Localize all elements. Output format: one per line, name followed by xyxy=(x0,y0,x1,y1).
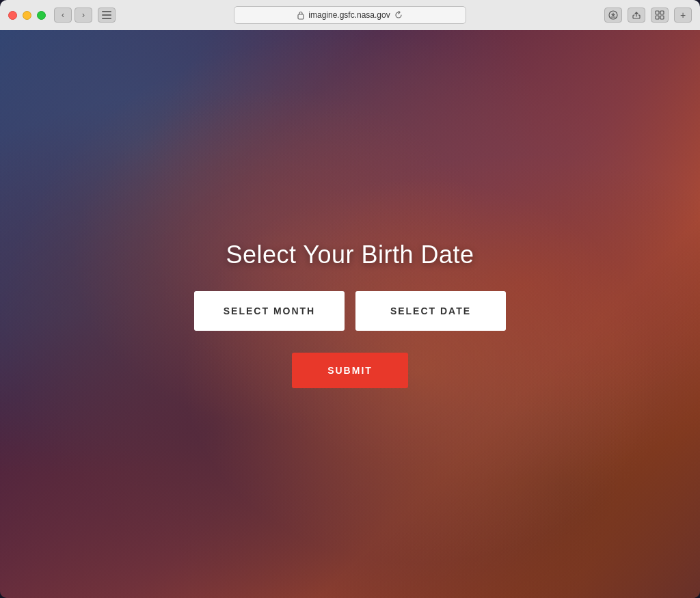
svg-rect-5 xyxy=(656,11,659,14)
selects-row: SELECT MONTH SELECT DATE xyxy=(194,291,506,331)
submit-button[interactable]: SUBMIT xyxy=(292,353,408,388)
page-content: Select Your Birth Date SELECT MONTH SELE… xyxy=(0,30,700,598)
svg-rect-7 xyxy=(656,16,659,19)
mac-window: ‹ › imagine.gsfc.nasa.gov xyxy=(0,0,700,598)
forward-button[interactable]: › xyxy=(75,8,92,23)
titlebar: ‹ › imagine.gsfc.nasa.gov xyxy=(0,0,700,30)
reload-icon xyxy=(394,11,403,19)
space-background: Select Your Birth Date SELECT MONTH SELE… xyxy=(0,30,700,598)
new-tab-button[interactable]: + xyxy=(674,8,692,23)
close-button[interactable] xyxy=(8,11,17,20)
url-text: imagine.gsfc.nasa.gov xyxy=(308,10,390,20)
minimize-button[interactable] xyxy=(23,11,31,20)
sidebar-button[interactable] xyxy=(98,8,116,23)
svg-rect-8 xyxy=(660,16,664,19)
svg-rect-0 xyxy=(102,11,111,12)
svg-rect-2 xyxy=(102,18,111,19)
select-month-button[interactable]: SELECT MONTH xyxy=(194,291,345,331)
svg-rect-1 xyxy=(102,14,111,16)
lock-icon xyxy=(297,11,304,20)
nav-buttons: ‹ › xyxy=(54,8,92,23)
toolbar-right: + xyxy=(604,8,692,23)
svg-rect-6 xyxy=(660,11,664,14)
download-button[interactable] xyxy=(604,8,622,23)
traffic-lights xyxy=(8,11,46,20)
tabs-button[interactable] xyxy=(651,8,669,23)
address-bar[interactable]: imagine.gsfc.nasa.gov xyxy=(234,6,466,24)
back-button[interactable]: ‹ xyxy=(54,8,72,23)
select-date-button[interactable]: SELECT DATE xyxy=(355,291,506,331)
form-container: Select Your Birth Date SELECT MONTH SELE… xyxy=(194,241,506,388)
page-title: Select Your Birth Date xyxy=(226,241,474,269)
svg-rect-3 xyxy=(298,14,304,19)
share-button[interactable] xyxy=(628,8,645,23)
maximize-button[interactable] xyxy=(37,11,46,20)
